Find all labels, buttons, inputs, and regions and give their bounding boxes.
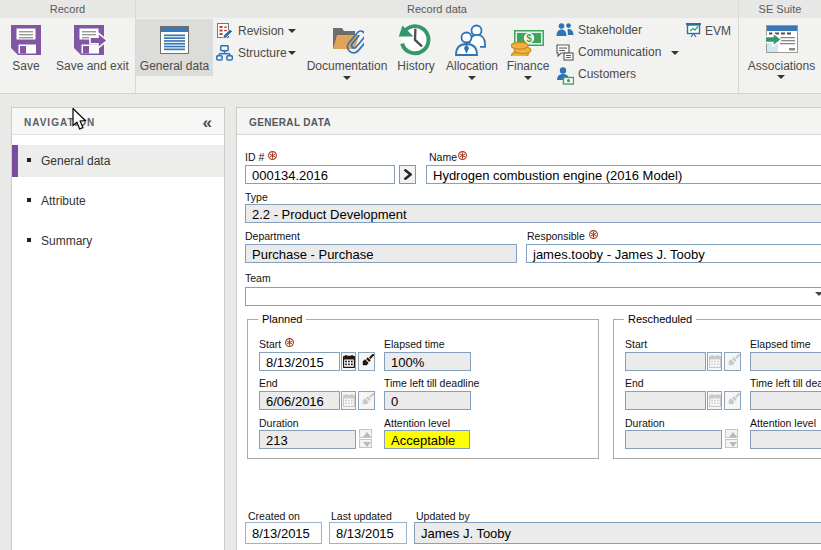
svg-text:$: $ <box>526 33 532 44</box>
